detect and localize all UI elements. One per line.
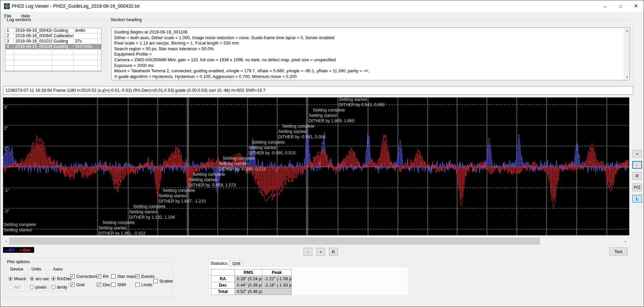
units-group: Units arc-secpixels bbox=[27, 269, 47, 291]
log-row-empty[interactable] bbox=[5, 50, 101, 55]
checkbox-star-mass[interactable] bbox=[111, 274, 116, 279]
section-heading-line: Guiding Begins at 2019-08-16_001106 bbox=[114, 29, 622, 35]
section-heading-scrollbar[interactable]: ▲ ▼ bbox=[624, 28, 630, 80]
radio-label-ra-dec: RA/Dec bbox=[57, 276, 72, 281]
guide-chart[interactable]: 3"2"1"-1"-2" Settling completeSettling s… bbox=[3, 97, 629, 235]
y-axis-tick-label: 1" bbox=[4, 147, 8, 151]
log-row[interactable]: 42019-08-16_001106Guiding1h17m5s bbox=[5, 44, 101, 50]
radio-label-pixels: pixels bbox=[35, 285, 47, 290]
device-label: Device bbox=[9, 267, 25, 272]
section-heading-line: Pixel scale = 1.13 arc-sec/px, Binning =… bbox=[114, 41, 622, 46]
stats-row-label: Total bbox=[211, 289, 235, 295]
radio-arc-sec[interactable] bbox=[30, 277, 34, 281]
checkmark-icon: ✓ bbox=[136, 274, 139, 279]
annotation-line: Settling started bbox=[278, 129, 325, 134]
annotation-line: DITHER by -0.541, 0.054 bbox=[278, 134, 325, 140]
checkbox-corrections[interactable]: ✓ bbox=[70, 274, 75, 279]
checkbox-limits[interactable] bbox=[135, 283, 140, 287]
stats-rms-value: 0.52" (0.46 px) bbox=[235, 289, 262, 295]
annotation-line: Settling started bbox=[339, 97, 384, 102]
checkbox-ra[interactable]: ✓ bbox=[97, 274, 101, 279]
checkmark-icon: ✓ bbox=[97, 274, 100, 279]
section-heading-line: Y guide algorithm = Resist Switch, Minim… bbox=[114, 79, 622, 80]
chart-side-button-[interactable]: - bbox=[632, 161, 642, 169]
y-axis-tick-label: 2" bbox=[4, 126, 8, 131]
scroll-down-icon[interactable]: ▼ bbox=[624, 74, 630, 80]
log-row-empty[interactable] bbox=[5, 66, 101, 71]
annotation-line: Settling started bbox=[309, 113, 354, 118]
radio-label-mount: Mount bbox=[14, 276, 26, 281]
annotation-line: Settling complete bbox=[102, 220, 145, 225]
log-row[interactable]: 32019-08-16_001019Guiding37s bbox=[5, 39, 101, 44]
annotation-line: DITHER by 0.543, 0.869 bbox=[339, 102, 384, 107]
scroll-up-icon[interactable]: ▲ bbox=[624, 28, 630, 33]
radio-pixels[interactable] bbox=[30, 285, 34, 289]
annotation-line: DITHER by -0.659, 1.073 bbox=[189, 182, 236, 188]
units-label: Units bbox=[30, 267, 43, 272]
annotation-line: Settling started bbox=[219, 161, 266, 166]
stats-rms-value: 0.44" (0.39 px) bbox=[235, 282, 262, 289]
annotation-line: Settling complete bbox=[133, 204, 175, 209]
checkbox-events[interactable]: ✓ bbox=[135, 274, 140, 279]
tab-drift[interactable]: Drift bbox=[229, 260, 243, 267]
checkbox-label-corrections: Corrections bbox=[76, 274, 98, 279]
plot-options-group: Plot options Device MountAO Units arc-se… bbox=[3, 262, 173, 297]
annotation-line: DITHER by 1.809, 1.665 bbox=[309, 118, 354, 124]
legend-ra: —RA bbox=[5, 248, 14, 252]
section-heading-group: Section heading Guiding Begins at 2019-0… bbox=[106, 20, 633, 83]
checkbox-scatter[interactable] bbox=[153, 279, 158, 283]
scroll-right-icon[interactable]: › bbox=[623, 237, 629, 245]
annotation-line: Settling complete bbox=[313, 107, 354, 113]
radio-mount[interactable] bbox=[8, 277, 13, 281]
close-button[interactable]: ✕ bbox=[628, 0, 644, 12]
log-row[interactable]: 22019-08-16_000945Calibration bbox=[5, 33, 101, 39]
chart-zoom-button-[interactable]: + bbox=[316, 248, 325, 256]
chart-side-button-[interactable]: + bbox=[632, 150, 642, 158]
checkbox-label-snr: SNR bbox=[117, 282, 126, 287]
statistics-panel: RMSPeakRA0.28" (0.24 px)-1.22" (-1.08 px… bbox=[209, 266, 408, 296]
stats-peak-value: -2.18" (-1.93 px) bbox=[262, 282, 292, 289]
chart-side-button-r[interactable]: R bbox=[632, 172, 642, 180]
log-sections-table[interactable]: 12019-08-16_000434Guiding4m6s22019-08-16… bbox=[5, 28, 101, 71]
stats-header-cell: Peak bbox=[262, 270, 292, 276]
title-bar: PHD2 Log Viewer - PHD2_GuideLog_2019-08-… bbox=[0, 0, 644, 12]
checkmark-icon: ✓ bbox=[71, 282, 74, 287]
annotation-line: DITHER by -0.389, 0.218 bbox=[219, 166, 266, 172]
radio-ra-dec[interactable] bbox=[51, 277, 56, 281]
section-heading-line: Camera = ZWO ASI290MM Mini, gain = 110, … bbox=[114, 57, 622, 63]
log-row[interactable]: 12019-08-16_000434Guiding4m6s bbox=[5, 28, 101, 33]
chart-side-button-l[interactable]: L bbox=[632, 195, 642, 203]
dither-annotation: Settling completeSettling startedDITHER … bbox=[309, 107, 354, 124]
log-sections-label: Log sections bbox=[5, 17, 32, 22]
chart-side-button-p-z[interactable]: P/Z bbox=[632, 183, 642, 191]
checkbox-snr[interactable] bbox=[111, 283, 116, 287]
checkbox-grid[interactable]: ✓ bbox=[70, 283, 75, 287]
chart-zoom-button-r[interactable]: R bbox=[329, 248, 338, 256]
separator bbox=[0, 258, 644, 259]
legend-dec: —Dec bbox=[19, 248, 30, 252]
maximize-button[interactable]: □ bbox=[613, 0, 628, 12]
scroll-left-icon[interactable]: ‹ bbox=[3, 237, 9, 245]
radio-label-arc-sec: arc-sec bbox=[35, 276, 50, 281]
radio-dx-dy[interactable] bbox=[51, 285, 56, 289]
dither-annotation: Settling completeSettling started bbox=[4, 222, 36, 233]
checkbox-dec[interactable]: ✓ bbox=[97, 283, 101, 287]
section-heading-textarea[interactable]: Guiding Begins at 2019-08-16_001106Dithe… bbox=[111, 27, 630, 80]
text-button[interactable]: Text bbox=[609, 247, 628, 255]
log-row-empty[interactable] bbox=[5, 55, 101, 60]
minimize-button[interactable]: – bbox=[597, 0, 613, 12]
annotation-line: DITHER by -0.090, 0.515 bbox=[248, 150, 295, 156]
checkbox-label-limits: Limits bbox=[141, 282, 152, 287]
stats-peak-value: -1.22" (-1.08 px) bbox=[262, 276, 292, 282]
chart-hscrollbar[interactable]: ‹ › bbox=[3, 237, 629, 245]
checkmark-icon: ✓ bbox=[71, 274, 74, 279]
checkbox-label-grid: Grid bbox=[76, 282, 84, 287]
axes-label: Axes bbox=[52, 267, 64, 272]
log-row-empty[interactable] bbox=[5, 60, 101, 66]
chart-zoom-button-[interactable]: - bbox=[303, 248, 312, 256]
stats-header-cell bbox=[211, 270, 235, 276]
tab-statistics[interactable]: Statistics bbox=[209, 259, 229, 267]
section-heading-line: X guide algorithm = Hysteresis, Hysteres… bbox=[114, 74, 622, 80]
hscrollbar-thumb[interactable] bbox=[9, 237, 540, 245]
y-axis-tick-label: -2" bbox=[4, 209, 9, 214]
